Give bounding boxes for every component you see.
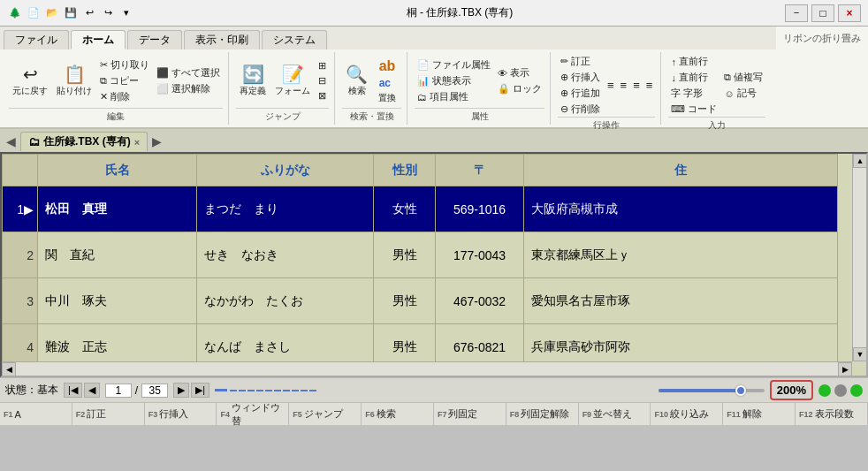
row-insert-button[interactable]: ⊕ 行挿入 [558,70,603,85]
fkey-f9[interactable]: F9並べ替え [579,403,651,425]
grid-icon-3[interactable]: ⊠ [316,89,329,103]
cell-zip-2[interactable]: 177-0043 [436,232,524,278]
dropdown-qa-icon[interactable]: ▾ [118,5,134,21]
grid-icon-1[interactable]: ⊞ [316,59,329,72]
row-icon-4[interactable]: ≡ [643,78,656,93]
redo-qa-icon[interactable]: ↪ [100,5,116,21]
cell-sex-1[interactable]: 女性 [374,186,436,232]
scroll-left-button[interactable]: ◀ [2,362,16,376]
row-delete-button[interactable]: ⊖ 行削除 [558,102,603,117]
cell-name-3[interactable]: 中川 琢夫 [38,278,197,324]
item-attr-button[interactable]: 🗂 項目属性 [415,89,493,104]
scroll-right-button[interactable]: ▶ [838,362,852,376]
row-icon-3[interactable]: ≡ [630,78,643,93]
cell-furi-3[interactable]: なかがわ たくお [197,278,374,324]
fkey-f6[interactable]: F6検索 [362,403,434,425]
close-button[interactable]: × [838,4,861,22]
copy-button[interactable]: ⧉ コピー [97,73,152,88]
fkey-f10[interactable]: F10絞り込み [651,403,723,425]
table-row[interactable]: 2 関 直紀 せき なおき 男性 177-0043 東京都練馬区上ｙ [3,232,838,278]
next-row-button[interactable]: ↓ 直前行 [668,70,720,85]
row-icon-2[interactable]: ≡ [618,78,630,93]
form-button[interactable]: 📝 フォーム [271,56,314,107]
ribbon-fold-button[interactable]: リボンの折り畳み [776,28,868,49]
undo-button[interactable]: ↩ 元に戻す [9,57,51,106]
zoom-handle[interactable] [735,385,746,396]
file-attr-button[interactable]: 📄 ファイル属性 [415,57,493,72]
grid-icon-2[interactable]: ⊟ [316,74,329,87]
code-button[interactable]: ⌨ コード [668,102,720,117]
minimize-button[interactable]: － [785,4,808,22]
fkey-f12[interactable]: F12表示段数 [796,403,868,425]
col-sex[interactable]: 性別 [374,155,436,186]
table-row[interactable]: 3 中川 琢夫 なかがわ たくお 男性 467-0032 愛知県名古屋市琢 [3,278,838,324]
col-furi[interactable]: ふりがな [197,155,374,186]
save-icon[interactable]: 💾 [63,5,79,21]
fkey-f4[interactable]: F4ウィンドウ替 [217,403,289,425]
correct-button[interactable]: ✏ 訂正 [558,54,603,69]
undo-qa-icon[interactable]: ↩ [81,5,97,21]
scroll-up-button[interactable]: ▲ [853,154,867,168]
zoom-slider[interactable] [659,382,765,399]
document-tab[interactable]: 🗂 住所録.TBX (専有) × [20,132,148,151]
scroll-v-track[interactable] [853,168,866,347]
mark-button[interactable]: ☺ 記号 [721,86,765,101]
prev-row-button[interactable]: ↑ 直前行 [668,54,720,69]
nav-next-button[interactable]: ▶ [173,383,189,398]
fkey-f2[interactable]: F2訂正 [72,403,145,425]
cell-sex-2[interactable]: 男性 [374,232,436,278]
scroll-down-button[interactable]: ▼ [853,347,867,361]
cell-name-1[interactable]: 松田 真理 [38,186,197,232]
cut-button[interactable]: ✂ 切り取り [97,57,152,72]
tab-close-button[interactable]: × [134,137,140,148]
tab-system[interactable]: システム [262,30,327,49]
cell-sex-3[interactable]: 男性 [374,278,436,324]
regen-button[interactable]: 🔄 再定義 [236,56,270,107]
paste-button[interactable]: 📋 貼り付け [53,57,95,106]
cell-zip-1[interactable]: 569-1016 [436,186,524,232]
tab-file[interactable]: ファイル [4,30,69,49]
row-add-button[interactable]: ⊕ 行追加 [558,86,603,101]
tab-view-print[interactable]: 表示・印刷 [184,30,260,49]
cell-furi-2[interactable]: せき なおき [197,232,374,278]
replace-button[interactable]: abac 置換 [373,56,401,107]
cell-name-2[interactable]: 関 直紀 [38,232,197,278]
col-name[interactable]: 氏名 [38,155,197,186]
fkey-f1[interactable]: F1A [0,403,72,425]
horizontal-scrollbar[interactable]: ◀ ▶ [2,361,852,376]
nav-first-button[interactable]: |◀ [64,383,82,398]
view-button[interactable]: 👁 表示 [495,65,544,80]
nav-last-button[interactable]: ▶| [191,383,209,398]
maximize-button[interactable]: □ [811,4,834,22]
delete-button[interactable]: ✕ 削除 [97,89,152,104]
tab-home[interactable]: ホーム [71,30,126,49]
select-all-button[interactable]: ⬛ すべて選択 [154,65,223,80]
new-icon[interactable]: 📄 [26,5,42,21]
open-icon[interactable]: 📂 [44,5,60,21]
fkey-f7[interactable]: F7列固定 [434,403,506,425]
fkey-f8[interactable]: F8列固定解除 [506,403,579,425]
state-view-button[interactable]: 📊 状態表示 [415,73,493,88]
nav-prev-button[interactable]: ◀ [84,383,100,398]
cell-zip-3[interactable]: 467-0032 [436,278,524,324]
fkey-f3[interactable]: F3行挿入 [145,403,217,425]
col-addr[interactable]: 住 [524,155,838,186]
lock-button[interactable]: 🔒 ロック [495,81,544,96]
tab-data[interactable]: データ [127,30,182,49]
vertical-scrollbar[interactable]: ▲ ▼ [852,154,866,361]
tab-nav-right[interactable]: ▶ [149,134,164,148]
search-button[interactable]: 🔍 検索 [342,56,371,107]
deselect-button[interactable]: ⬜ 選択解除 [154,81,223,96]
fkey-f11[interactable]: F11解除 [723,403,796,425]
cell-furi-1[interactable]: まつだ まり [197,186,374,232]
cell-addr-1[interactable]: 大阪府高槻市成 [524,186,838,232]
cell-addr-2[interactable]: 東京都練馬区上ｙ [524,232,838,278]
fkey-f5[interactable]: F5ジャンプ [289,403,362,425]
cell-addr-3[interactable]: 愛知県名古屋市琢 [524,278,838,324]
value-copy-button[interactable]: ⧉ 値複写 [721,70,765,85]
table-row[interactable]: 1▶ 松田 真理 まつだ まり 女性 569-1016 大阪府高槻市成 [3,186,838,232]
shape-button[interactable]: 字 字形 [668,86,720,101]
row-icon-1[interactable]: ≡ [605,78,617,93]
tab-nav-left[interactable]: ◀ [4,134,19,148]
col-zip[interactable]: 〒 [436,155,524,186]
